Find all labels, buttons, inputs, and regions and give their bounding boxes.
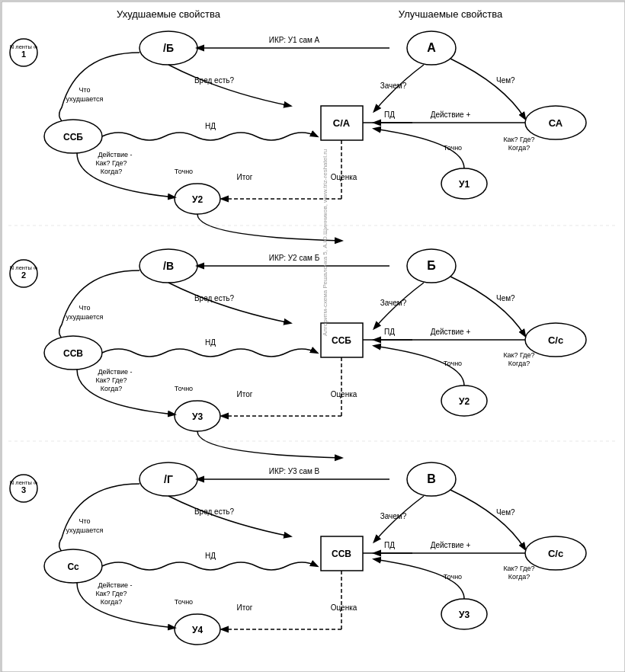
svg-text:Как? Где?: Как? Где? bbox=[95, 590, 127, 597]
svg-text:У3: У3 bbox=[459, 610, 470, 620]
svg-text:Оценка: Оценка bbox=[331, 173, 357, 181]
svg-text:Что: Что bbox=[79, 86, 90, 94]
svg-text:Действие -: Действие - bbox=[98, 368, 132, 376]
svg-text:ИКР: У1 сам А: ИКР: У1 сам А bbox=[269, 36, 320, 44]
svg-text:СА: СА bbox=[549, 117, 563, 129]
svg-text:ССВ: ССВ bbox=[63, 348, 83, 359]
svg-text:Зачем?: Зачем? bbox=[380, 82, 407, 90]
svg-text:Вред есть?: Вред есть? bbox=[194, 76, 235, 85]
svg-text:Что: Что bbox=[79, 304, 90, 312]
svg-text:ухудшается: ухудшается bbox=[66, 313, 104, 321]
svg-text:Зачем?: Зачем? bbox=[380, 299, 407, 307]
svg-text:У1: У1 bbox=[459, 179, 470, 190]
svg-text:НД: НД bbox=[205, 552, 216, 560]
svg-text:ухудшается: ухудшается bbox=[66, 526, 104, 534]
svg-text:Когда?: Когда? bbox=[508, 573, 530, 581]
svg-text:Как? Где?: Как? Где? bbox=[503, 136, 534, 143]
svg-text:А: А bbox=[427, 41, 436, 54]
svg-text:У2: У2 bbox=[192, 194, 203, 205]
svg-text:С/А: С/А bbox=[333, 117, 351, 129]
svg-text:Ухудшаемые свойства: Ухудшаемые свойства bbox=[117, 8, 221, 20]
svg-text:Когда?: Когда? bbox=[508, 360, 530, 367]
svg-text:Действие +: Действие + bbox=[431, 110, 471, 119]
svg-text:С/с: С/с bbox=[548, 548, 563, 559]
svg-text:Действие -: Действие - bbox=[98, 151, 132, 158]
svg-text:/Б: /Б bbox=[163, 42, 174, 54]
svg-text:ИКР: У2 сам Б: ИКР: У2 сам Б bbox=[269, 254, 320, 262]
svg-text:Итог: Итог bbox=[237, 390, 253, 398]
svg-text:Точно: Точно bbox=[175, 385, 193, 392]
svg-text:Точно: Точно bbox=[444, 360, 462, 367]
main-container: Ухудшаемые свойства Улучшаемые свойства … bbox=[0, 0, 625, 672]
svg-text:Сс: Сс bbox=[67, 562, 79, 572]
svg-text:Зачем?: Зачем? bbox=[380, 512, 407, 520]
svg-text:Чем?: Чем? bbox=[496, 76, 515, 85]
svg-text:Алгоритм-схема Решалочка 5, А.: Алгоритм-схема Решалочка 5, А.Ю.Щинников… bbox=[322, 149, 329, 336]
svg-text:Чем?: Чем? bbox=[496, 294, 515, 302]
svg-text:Чем?: Чем? bbox=[496, 508, 515, 517]
svg-text:ССВ: ССВ bbox=[332, 549, 351, 559]
svg-text:С/с: С/с bbox=[548, 334, 563, 346]
svg-text:ПД: ПД bbox=[384, 110, 395, 119]
svg-text:Точно: Точно bbox=[444, 573, 462, 581]
svg-text:Когда?: Когда? bbox=[508, 144, 530, 152]
svg-text:ПД: ПД bbox=[384, 328, 395, 336]
svg-text:У2: У2 bbox=[459, 396, 470, 407]
svg-text:Оценка: Оценка bbox=[331, 390, 357, 398]
svg-text:Оценка: Оценка bbox=[331, 603, 357, 612]
svg-text:Итог: Итог bbox=[237, 173, 253, 181]
svg-text:Когда?: Когда? bbox=[101, 168, 122, 175]
svg-text:Как? Где?: Как? Где? bbox=[503, 351, 534, 359]
svg-text:Когда?: Когда? bbox=[101, 598, 122, 606]
svg-text:2: 2 bbox=[21, 270, 26, 280]
svg-text:Как? Где?: Как? Где? bbox=[503, 565, 534, 572]
svg-text:Как? Где?: Как? Где? bbox=[95, 376, 127, 384]
svg-text:Итог: Итог bbox=[237, 603, 253, 612]
svg-text:Как? Где?: Как? Где? bbox=[95, 159, 127, 167]
svg-text:/Г: /Г bbox=[164, 473, 173, 485]
svg-text:1: 1 bbox=[21, 50, 26, 59]
svg-text:ССБ: ССБ bbox=[63, 132, 83, 142]
svg-text:ССБ: ССБ bbox=[332, 335, 351, 346]
svg-text:ИКР: У3 сам В: ИКР: У3 сам В bbox=[269, 467, 320, 475]
svg-text:ПД: ПД bbox=[384, 541, 395, 549]
svg-text:Что: Что bbox=[79, 517, 90, 525]
svg-text:Точно: Точно bbox=[175, 598, 193, 606]
svg-text:Действие +: Действие + bbox=[431, 541, 471, 549]
svg-text:/В: /В bbox=[163, 260, 174, 272]
svg-text:Когда?: Когда? bbox=[101, 385, 122, 392]
svg-text:НД: НД bbox=[205, 122, 216, 130]
svg-text:В: В bbox=[427, 472, 436, 485]
svg-text:Действие -: Действие - bbox=[98, 581, 132, 589]
svg-text:У3: У3 bbox=[192, 411, 203, 422]
svg-text:3: 3 bbox=[21, 485, 26, 494]
svg-text:Б: Б bbox=[427, 259, 436, 272]
svg-text:У4: У4 bbox=[192, 625, 203, 635]
svg-text:Действие +: Действие + bbox=[431, 328, 471, 336]
svg-text:Вред есть?: Вред есть? bbox=[194, 294, 235, 302]
svg-text:Улучшаемые свойства: Улучшаемые свойства bbox=[399, 8, 503, 20]
svg-text:ухудшается: ухудшается bbox=[66, 95, 104, 103]
svg-text:Вред есть?: Вред есть? bbox=[194, 507, 235, 516]
svg-text:НД: НД bbox=[205, 338, 216, 347]
svg-text:Точно: Точно bbox=[175, 168, 193, 175]
